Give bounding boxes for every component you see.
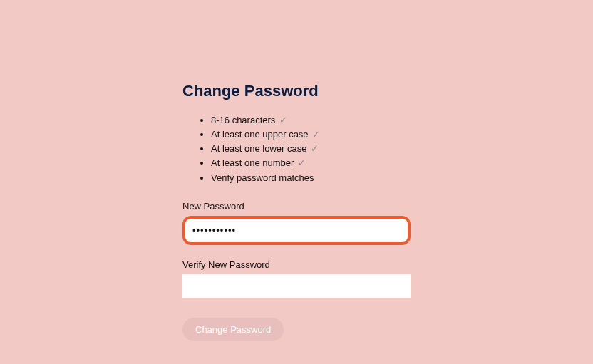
requirement-lowercase: At least one lower case ✓ xyxy=(211,142,411,156)
requirement-text: At least one lower case xyxy=(211,143,309,154)
requirement-text: 8-16 characters xyxy=(211,115,278,125)
verify-password-input[interactable] xyxy=(182,274,411,298)
change-password-button[interactable]: Change Password xyxy=(182,318,284,341)
requirement-length: 8-16 characters ✓ xyxy=(211,113,411,128)
requirement-match: Verify password matches xyxy=(211,171,411,185)
change-password-form: Change Password 8-16 characters ✓ At lea… xyxy=(182,82,411,341)
password-requirements-list: 8-16 characters ✓ At least one upper cas… xyxy=(182,113,411,185)
requirement-text: At least one number xyxy=(211,157,296,168)
requirement-number: At least one number ✓ xyxy=(211,156,411,170)
page-title: Change Password xyxy=(182,82,411,100)
requirement-text: Verify password matches xyxy=(211,172,314,183)
requirement-uppercase: At least one upper case ✓ xyxy=(211,128,411,142)
verify-password-label: Verify New Password xyxy=(182,259,411,270)
checkmark-icon: ✓ xyxy=(279,115,287,125)
new-password-input[interactable] xyxy=(185,219,408,242)
checkmark-icon: ✓ xyxy=(298,157,306,168)
input-highlight-border xyxy=(182,216,411,245)
new-password-label: New Password xyxy=(182,201,411,212)
new-password-group: New Password xyxy=(182,201,411,245)
checkmark-icon: ✓ xyxy=(312,129,320,140)
requirement-text: At least one upper case xyxy=(211,129,311,140)
verify-password-group: Verify New Password xyxy=(182,259,411,298)
checkmark-icon: ✓ xyxy=(311,143,319,154)
